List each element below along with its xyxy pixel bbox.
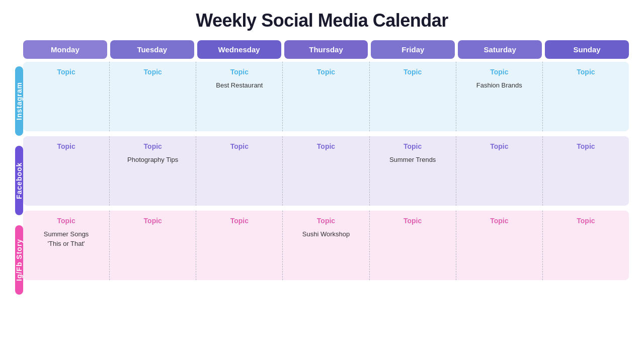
cell-topic: Topic	[490, 68, 508, 76]
day-header-wednesday: Wednesday	[197, 40, 281, 59]
cell-igfbstory-sunday: Topic	[543, 211, 629, 280]
cell-topic: Topic	[404, 142, 422, 150]
cell-igfbstory-monday: TopicSummer Songs 'This or That'	[23, 211, 110, 280]
cell-facebook-monday: Topic	[23, 136, 110, 206]
cell-facebook-wednesday: Topic	[196, 136, 283, 206]
day-header-sunday: Sunday	[545, 40, 629, 59]
cell-topic: Topic	[230, 217, 249, 225]
platform-row-facebook: TopicTopicPhotography TipsTopicTopicTopi…	[23, 136, 629, 206]
cell-igfbstory-saturday: Topic	[456, 211, 543, 280]
row-label-igfbstory: Ig/Fb Story	[15, 225, 23, 295]
cell-topic: Topic	[404, 68, 422, 76]
cell-topic: Topic	[57, 68, 75, 76]
row-label-instagram: Instagram	[15, 66, 23, 136]
cell-topic: Topic	[317, 142, 335, 150]
platform-row-igfbstory: TopicSummer Songs 'This or That'TopicTop…	[23, 211, 629, 280]
cell-topic: Topic	[144, 217, 162, 225]
cell-topic: Topic	[230, 142, 249, 150]
cell-content: Summer Songs 'This or That'	[44, 230, 89, 249]
cell-instagram-monday: Topic	[23, 62, 110, 131]
cell-igfbstory-friday: Topic	[370, 211, 456, 280]
calendar-wrapper: InstagramFacebookIg/Fb Story MondayTuesd…	[15, 40, 629, 295]
cell-content: Photography Tips	[127, 155, 178, 165]
day-headers: MondayTuesdayWednesdayThursdayFridaySatu…	[23, 40, 629, 59]
page-title: Weekly Social Media Calendar	[196, 10, 448, 31]
cell-instagram-thursday: Topic	[283, 62, 369, 131]
cell-facebook-tuesday: TopicPhotography Tips	[110, 136, 196, 206]
cell-instagram-wednesday: TopicBest Restaurant	[196, 62, 283, 131]
cell-content: Summer Trends	[389, 155, 436, 165]
cell-topic: Topic	[577, 217, 595, 225]
cell-topic: Topic	[490, 142, 508, 150]
cell-content: Fashion Brands	[476, 81, 522, 90]
cell-topic: Topic	[57, 217, 75, 225]
cell-topic: Topic	[577, 68, 595, 76]
cell-topic: Topic	[317, 217, 335, 225]
cell-topic: Topic	[577, 142, 595, 150]
cell-topic: Topic	[57, 142, 75, 150]
cell-igfbstory-tuesday: Topic	[110, 211, 196, 280]
day-header-thursday: Thursday	[284, 40, 368, 59]
cell-topic: Topic	[230, 68, 249, 76]
row-labels: InstagramFacebookIg/Fb Story	[15, 66, 23, 295]
cell-topic: Topic	[490, 217, 508, 225]
row-label-facebook: Facebook	[15, 146, 23, 215]
day-header-tuesday: Tuesday	[110, 40, 194, 59]
cell-topic: Topic	[404, 217, 422, 225]
day-header-friday: Friday	[371, 40, 455, 59]
platform-rows: TopicTopicTopicBest RestaurantTopicTopic…	[23, 62, 629, 280]
platform-row-instagram: TopicTopicTopicBest RestaurantTopicTopic…	[23, 62, 629, 131]
cell-content: Best Restaurant	[216, 81, 263, 90]
cell-topic: Topic	[144, 68, 162, 76]
day-header-monday: Monday	[23, 40, 107, 59]
cell-igfbstory-wednesday: Topic	[196, 211, 283, 280]
cell-facebook-saturday: Topic	[456, 136, 543, 206]
cell-instagram-sunday: Topic	[543, 62, 629, 131]
cell-facebook-thursday: Topic	[283, 136, 369, 206]
cell-igfbstory-thursday: TopicSushi Workshop	[283, 211, 369, 280]
cell-topic: Topic	[144, 142, 162, 150]
cell-content: Sushi Workshop	[302, 230, 350, 239]
cell-instagram-tuesday: Topic	[110, 62, 196, 131]
cell-facebook-friday: TopicSummer Trends	[370, 136, 456, 206]
cell-instagram-saturday: TopicFashion Brands	[456, 62, 543, 131]
cell-instagram-friday: Topic	[370, 62, 456, 131]
cell-topic: Topic	[317, 68, 335, 76]
cell-facebook-sunday: Topic	[543, 136, 629, 206]
day-header-saturday: Saturday	[458, 40, 542, 59]
main-grid: MondayTuesdayWednesdayThursdayFridaySatu…	[23, 40, 629, 295]
